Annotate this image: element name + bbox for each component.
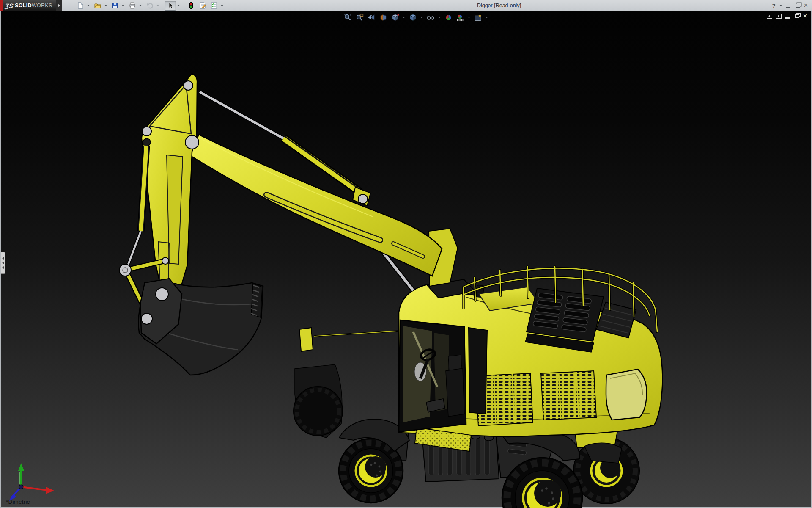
pane-right-icon <box>778 15 779 17</box>
hud-view-orientation[interactable] <box>390 13 400 22</box>
restore-icon <box>796 4 800 8</box>
new-dropdown[interactable] <box>86 1 91 11</box>
select-dropdown[interactable] <box>176 1 181 11</box>
minimize-icon <box>785 17 790 19</box>
brand-mark: ƷS <box>5 2 14 9</box>
chevron-left-icon <box>2 266 4 269</box>
hud-view-settings[interactable] <box>473 13 483 22</box>
eyeglasses-icon <box>427 14 435 22</box>
document-restore-button[interactable] <box>794 14 799 18</box>
chevron-left-icon <box>2 257 4 260</box>
reference-triad <box>6 462 58 505</box>
save-dropdown[interactable] <box>121 1 125 11</box>
hud-zoom-to-area[interactable] <box>354 13 365 22</box>
display-style-cube-icon <box>409 14 417 22</box>
options-button[interactable] <box>208 1 219 11</box>
hud-edit-appearance[interactable] <box>443 13 453 22</box>
close-button[interactable]: × <box>804 0 808 11</box>
save-button[interactable] <box>109 1 121 11</box>
solidworks-logo: ƷS SOLIDWORKS <box>0 0 56 11</box>
file-properties-button[interactable] <box>197 1 208 11</box>
logo-red-strip <box>0 0 3 11</box>
traffic-light-icon <box>187 2 195 9</box>
hud-hide-show-dropdown[interactable] <box>437 13 442 22</box>
print-button[interactable] <box>126 1 138 11</box>
dock-pane-left-button[interactable] <box>767 14 772 19</box>
view-orientation-cube-icon <box>391 14 399 22</box>
open-folder-icon <box>94 2 102 9</box>
hud-previous-view[interactable] <box>366 13 376 22</box>
app-window-controls: ? × <box>772 0 808 11</box>
pane-left-icon <box>768 15 770 17</box>
title-bar: ƷS SOLIDWORKS <box>0 0 812 11</box>
restore-button[interactable] <box>794 0 800 11</box>
graphics-area[interactable]: × *Dimetric <box>0 11 812 508</box>
file-properties-icon <box>199 2 206 9</box>
dock-pane-right-button[interactable] <box>776 14 782 19</box>
previous-view-icon <box>368 14 376 22</box>
hud-display-style[interactable] <box>408 13 418 22</box>
chevron-right-icon <box>58 4 60 7</box>
hud-zoom-to-fit[interactable] <box>343 13 353 22</box>
window-title: Digger [Read-only] <box>440 0 558 11</box>
document-minimize-button[interactable] <box>785 14 790 19</box>
apply-scene-icon <box>456 14 464 22</box>
hud-view-orientation-dropdown[interactable] <box>402 13 406 22</box>
undo-button[interactable] <box>144 1 155 11</box>
rebuild-button[interactable] <box>185 1 197 11</box>
hud-apply-scene-dropdown[interactable] <box>467 13 471 22</box>
appearance-ball-icon <box>444 14 453 22</box>
far-front-wheel <box>294 364 343 438</box>
select-button[interactable] <box>165 1 176 11</box>
digger-model[interactable] <box>1 11 812 508</box>
select-cursor-icon <box>167 2 174 9</box>
chevron-left-icon <box>2 262 4 264</box>
undo-dropdown[interactable] <box>155 1 160 11</box>
print-dropdown[interactable] <box>138 1 143 11</box>
hud-display-style-dropdown[interactable] <box>420 13 424 22</box>
hud-view-settings-dropdown[interactable] <box>485 13 489 22</box>
hud-apply-scene[interactable] <box>455 13 465 22</box>
boom-assembly <box>119 74 442 375</box>
options-checklist-icon <box>210 2 218 9</box>
orientation-label: *Dimetric <box>6 499 30 505</box>
bucket <box>139 279 263 375</box>
document-window-controls: × <box>767 13 807 19</box>
zoom-to-area-icon <box>356 14 364 22</box>
brand-name-light: WORKS <box>32 3 52 8</box>
help-button[interactable]: ? <box>772 0 775 11</box>
undo-icon <box>146 2 154 9</box>
zoom-to-fit-icon <box>344 14 352 22</box>
restore-icon <box>795 14 799 18</box>
minimize-button[interactable] <box>786 0 790 11</box>
view-settings-icon <box>474 14 482 22</box>
mirror <box>299 328 398 351</box>
hud-section-view[interactable] <box>378 13 388 22</box>
quick-access-toolbar <box>71 0 225 11</box>
menu-expand-arrow[interactable] <box>56 0 62 11</box>
new-document-icon <box>77 2 84 9</box>
section-view-icon <box>379 14 387 22</box>
save-floppy-icon <box>111 2 119 9</box>
minimize-icon <box>786 7 790 8</box>
new-button[interactable] <box>74 1 86 11</box>
options-dropdown[interactable] <box>219 1 224 11</box>
heads-up-view-toolbar <box>343 12 489 22</box>
document-close-button[interactable]: × <box>803 13 807 19</box>
brand-name-bold: SOLID <box>15 3 32 8</box>
hud-hide-show-items[interactable] <box>425 13 436 22</box>
featuremanager-splitter-tab[interactable] <box>1 252 5 274</box>
open-dropdown[interactable] <box>103 1 108 11</box>
print-icon <box>129 2 136 9</box>
open-button[interactable] <box>92 1 103 11</box>
help-dropdown[interactable] <box>779 5 782 6</box>
